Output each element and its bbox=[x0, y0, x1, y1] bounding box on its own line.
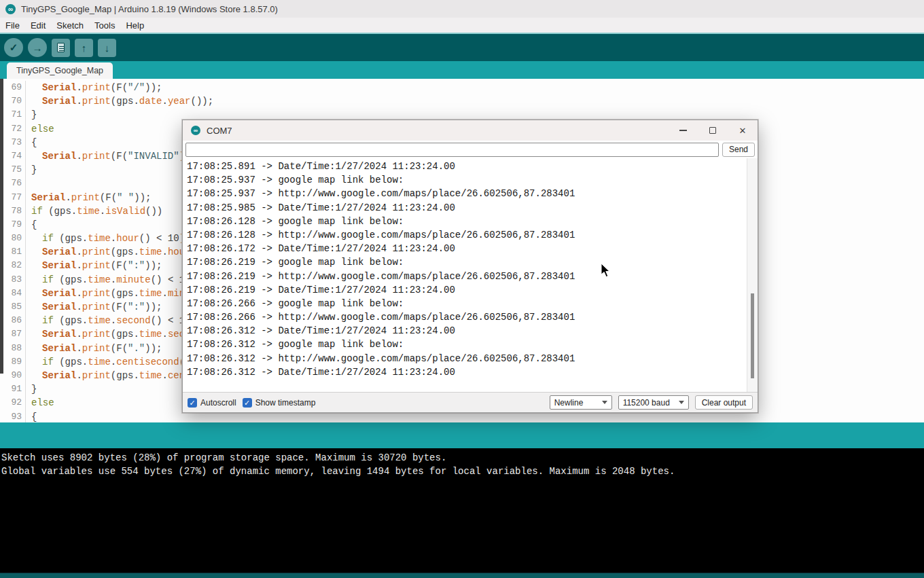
check-icon: ✓ bbox=[10, 41, 18, 54]
serial-scrollbar-thumb[interactable] bbox=[751, 293, 754, 378]
serial-monitor-titlebar[interactable]: ∞ COM7 ✕ bbox=[183, 120, 758, 141]
line-number: 90 bbox=[0, 369, 26, 382]
serial-output-line: 17:08:26.266 -> http://www.google.com/ma… bbox=[187, 310, 744, 324]
verify-button[interactable]: ✓ bbox=[4, 38, 23, 57]
line-number: 89 bbox=[0, 355, 26, 369]
tab-strip: TinyGPS_Google_Map bbox=[0, 61, 924, 79]
code-text: else bbox=[26, 396, 54, 410]
serial-output-line: 17:08:26.219 -> google map link below: bbox=[187, 255, 744, 269]
line-ending-value: Newline bbox=[554, 398, 584, 408]
serial-scrollbar[interactable] bbox=[747, 158, 758, 392]
baud-rate-dropdown[interactable]: 115200 baud bbox=[618, 395, 689, 410]
line-number: 81 bbox=[0, 245, 26, 259]
minimize-button[interactable] bbox=[668, 120, 698, 141]
tab-tinygps-google-map[interactable]: TinyGPS_Google_Map bbox=[7, 62, 113, 79]
code-text: Serial.print(F("/")); bbox=[26, 81, 162, 94]
checkbox-checked-icon: ✓ bbox=[188, 398, 197, 408]
code-text: Serial.print(gps.date.year()); bbox=[26, 94, 213, 108]
console-line: Sketch uses 8902 bytes (28%) of program … bbox=[1, 451, 923, 465]
code-text: Serial.print(F(":")); bbox=[26, 300, 162, 314]
chevron-down-icon bbox=[679, 401, 684, 404]
code-text: Serial.print(F(" ")); bbox=[26, 191, 152, 204]
line-number: 85 bbox=[0, 300, 26, 314]
line-ending-dropdown[interactable]: Newline bbox=[550, 395, 612, 410]
document-icon bbox=[57, 43, 65, 52]
line-number: 79 bbox=[0, 218, 26, 232]
code-text: { bbox=[26, 136, 37, 149]
show-timestamp-label: Show timestamp bbox=[255, 398, 316, 408]
line-number: 82 bbox=[0, 259, 26, 272]
new-sketch-button[interactable] bbox=[52, 39, 70, 57]
serial-output-line: 17:08:26.312 -> Date/Time:1/27/2024 11:2… bbox=[187, 365, 744, 379]
serial-monitor-title: COM7 bbox=[207, 126, 668, 136]
serial-output-line: 17:08:26.219 -> Date/Time:1/27/2024 11:2… bbox=[187, 283, 744, 297]
serial-input[interactable] bbox=[185, 143, 719, 157]
menu-item-help[interactable]: Help bbox=[126, 20, 144, 31]
menu-item-tools[interactable]: Tools bbox=[94, 20, 115, 31]
right-arrow-icon: → bbox=[33, 42, 43, 54]
serial-output-line: 17:08:26.128 -> google map link below: bbox=[187, 215, 744, 228]
line-number: 88 bbox=[0, 342, 26, 355]
line-number: 93 bbox=[0, 410, 26, 424]
mouse-cursor-icon bbox=[601, 264, 610, 278]
serial-output-line: 17:08:26.266 -> google map link below: bbox=[187, 297, 744, 310]
serial-input-row: Send bbox=[183, 141, 758, 158]
line-number: 86 bbox=[0, 314, 26, 327]
line-number: 78 bbox=[0, 204, 26, 218]
up-arrow-icon: ↑ bbox=[82, 42, 87, 54]
code-text: Serial.print(F(":")); bbox=[26, 259, 162, 272]
autoscroll-label: Autoscroll bbox=[200, 398, 236, 408]
line-number: 69 bbox=[0, 81, 26, 94]
maximize-button[interactable] bbox=[698, 120, 728, 141]
save-button[interactable]: ↓ bbox=[98, 39, 116, 57]
serial-output-line: 17:08:25.891 -> Date/Time:1/27/2024 11:2… bbox=[187, 160, 744, 173]
app-titlebar: ∞ TinyGPS_Google_Map | Arduino 1.8.19 (W… bbox=[0, 0, 924, 18]
open-button[interactable]: ↑ bbox=[75, 39, 93, 57]
maximize-icon bbox=[709, 127, 716, 134]
code-text: Serial.print(F("INVALID")); bbox=[26, 149, 196, 163]
code-text: } bbox=[26, 163, 37, 177]
serial-output-line: 17:08:25.937 -> http://www.google.com/ma… bbox=[187, 187, 744, 200]
autoscroll-checkbox[interactable]: ✓ Autoscroll bbox=[188, 398, 236, 408]
code-text: { bbox=[26, 218, 37, 232]
menu-bar: FileEditSketchToolsHelp bbox=[0, 18, 924, 33]
line-number: 80 bbox=[0, 232, 26, 245]
build-console: Sketch uses 8902 bytes (28%) of program … bbox=[0, 448, 924, 573]
clear-output-button[interactable]: Clear output bbox=[695, 395, 753, 410]
line-number: 77 bbox=[0, 191, 26, 204]
line-number: 72 bbox=[0, 122, 26, 136]
code-text: } bbox=[26, 108, 37, 122]
show-timestamp-checkbox[interactable]: ✓ Show timestamp bbox=[243, 398, 316, 408]
line-number: 84 bbox=[0, 287, 26, 300]
checkbox-checked-icon: ✓ bbox=[243, 398, 252, 408]
window-title: TinyGPS_Google_Map | Arduino 1.8.19 (Win… bbox=[21, 4, 278, 14]
code-text: Serial.print(F(".")); bbox=[26, 342, 162, 355]
menu-item-edit[interactable]: Edit bbox=[31, 20, 46, 31]
code-text: if (gps.time.isValid()) bbox=[26, 204, 162, 218]
close-button[interactable]: ✕ bbox=[728, 120, 758, 141]
arduino-logo-icon: ∞ bbox=[5, 4, 16, 14]
line-number: 75 bbox=[0, 163, 26, 177]
code-text bbox=[26, 177, 31, 190]
menu-item-file[interactable]: File bbox=[5, 20, 20, 31]
serial-output-line: 17:08:25.937 -> google map link below: bbox=[187, 173, 744, 187]
code-line-69: 69Serial.print(F("/")); bbox=[0, 81, 924, 94]
serial-monitor-footer: ✓ Autoscroll ✓ Show timestamp Newline 11… bbox=[183, 392, 758, 412]
serial-output[interactable]: 17:08:25.891 -> Date/Time:1/27/2024 11:2… bbox=[183, 158, 758, 392]
down-arrow-icon: ↓ bbox=[105, 42, 110, 54]
line-number: 87 bbox=[0, 327, 26, 341]
line-number: 76 bbox=[0, 177, 26, 190]
upload-button[interactable]: → bbox=[28, 38, 47, 57]
serial-output-line: 17:08:25.985 -> Date/Time:1/27/2024 11:2… bbox=[187, 201, 744, 215]
minimize-icon bbox=[679, 130, 687, 131]
send-button[interactable]: Send bbox=[722, 143, 755, 157]
serial-output-line: 17:08:26.312 -> google map link below: bbox=[187, 338, 744, 351]
serial-monitor-window: ∞ COM7 ✕ Send 17:08:25.891 -> Date/Time:… bbox=[182, 120, 758, 413]
line-number: 71 bbox=[0, 108, 26, 122]
menu-item-sketch[interactable]: Sketch bbox=[56, 20, 84, 31]
serial-output-line: 17:08:26.172 -> Date/Time:1/27/2024 11:2… bbox=[187, 242, 744, 255]
code-text: } bbox=[26, 382, 37, 396]
line-number: 73 bbox=[0, 136, 26, 149]
code-text: else bbox=[26, 122, 54, 136]
editor-left-scrollbar[interactable] bbox=[0, 79, 3, 374]
